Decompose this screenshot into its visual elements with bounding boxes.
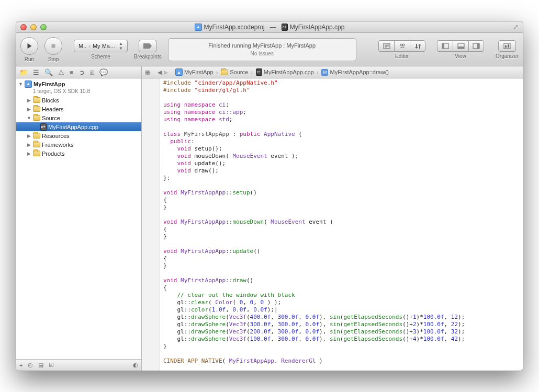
tree-row-blocks[interactable]: Blocks xyxy=(16,96,141,105)
unsaved-filter-icon[interactable]: ☑ xyxy=(49,362,54,368)
fullscreen-icon[interactable]: ⤢ xyxy=(513,23,519,31)
t: 100.0f xyxy=(423,314,444,320)
cpp-file-icon xyxy=(256,68,262,76)
chevron-right-icon: › xyxy=(316,69,320,75)
tree-row-headers[interactable]: Headers xyxy=(16,105,141,113)
breakpoint-navigator-icon[interactable]: ⎚ xyxy=(90,68,94,76)
tree-row-resources[interactable]: Resources xyxy=(16,131,141,140)
t: ) ); xyxy=(264,299,281,306)
t: class xyxy=(163,131,184,137)
t: void xyxy=(163,248,181,255)
crumb-symbol[interactable]: M MyFirstAppApp::draw() xyxy=(321,69,388,76)
t: , xyxy=(271,314,277,320)
t: ( xyxy=(226,336,229,342)
issue-navigator-icon[interactable]: ⚠ xyxy=(58,68,64,76)
window-title: ▲ MyFirstApp.xcodeproj — MyFirstAppApp.c… xyxy=(16,21,523,32)
disclosure-triangle-icon[interactable] xyxy=(27,133,31,139)
tree-project-row[interactable]: ▲ MyFirstApp xyxy=(16,79,141,88)
crumb-source[interactable]: Source › xyxy=(221,69,254,75)
standard-editor-button[interactable] xyxy=(378,40,394,52)
zoom-window-button[interactable] xyxy=(40,24,47,30)
svg-rect-15 xyxy=(505,45,507,48)
t: () xyxy=(246,277,253,284)
t: 300.0f xyxy=(278,314,299,320)
minimize-window-button[interactable] xyxy=(30,24,37,30)
crumb-project[interactable]: ▲ MyFirstApp › xyxy=(175,68,219,76)
toggle-navigator-button[interactable] xyxy=(437,40,453,52)
code-area[interactable]: #include "cinder/app/AppNative.h" #inclu… xyxy=(160,78,523,371)
t: "cinder/app/AppNative.h" xyxy=(195,79,278,86)
t: ; xyxy=(226,101,229,108)
t: drawSphere xyxy=(191,321,226,328)
disclosure-triangle-icon[interactable] xyxy=(27,107,31,112)
symbol-navigator-icon[interactable]: ☰ xyxy=(33,68,39,76)
t: gl:: xyxy=(163,328,191,335)
scm-filter-icon[interactable]: ▤ xyxy=(38,362,43,368)
add-button[interactable]: + xyxy=(19,362,23,368)
related-items-icon[interactable]: ▦ xyxy=(145,69,150,76)
t: event ) xyxy=(306,218,333,225)
version-editor-button[interactable] xyxy=(410,40,425,52)
debug-navigator-icon[interactable]: ➲ xyxy=(79,68,85,76)
disclosure-triangle-icon[interactable] xyxy=(27,98,31,103)
t: { xyxy=(163,255,167,262)
chevron-updown-icon: ▲▼ xyxy=(119,41,123,51)
t: Vec3f xyxy=(229,314,246,320)
tree-row-frameworks[interactable]: Frameworks xyxy=(16,140,141,149)
toggle-utilities-button[interactable] xyxy=(468,40,484,52)
t: { xyxy=(295,131,302,137)
disclosure-triangle-icon[interactable] xyxy=(27,142,31,147)
title-separator: — xyxy=(270,24,276,31)
t: ( xyxy=(226,321,229,328)
forward-button[interactable]: ▶ xyxy=(164,69,168,76)
t: ci xyxy=(219,101,226,108)
t: MyFirstAppApp xyxy=(229,358,274,364)
organizer-button[interactable] xyxy=(498,40,516,52)
search-navigator-icon[interactable]: 🔍 xyxy=(44,68,53,76)
assistant-editor-button[interactable] xyxy=(394,40,410,52)
t: ); xyxy=(458,336,465,342)
project-icon: ▲ xyxy=(175,68,183,76)
run-label: Run xyxy=(25,56,34,62)
log-navigator-icon[interactable]: 💬 xyxy=(99,68,108,76)
tree-row-source-file[interactable]: MyFirstAppApp.cpp xyxy=(16,122,141,131)
disclosure-triangle-icon[interactable] xyxy=(18,82,23,87)
bottom-panel-icon xyxy=(457,43,465,49)
t: ( xyxy=(264,218,271,225)
t: MyFirstAppApp xyxy=(184,131,229,137)
breakpoints-button[interactable] xyxy=(139,40,156,52)
play-icon xyxy=(26,42,33,50)
scheme-selector[interactable]: M.. › My Ma… ▲▼ xyxy=(74,40,128,52)
t: ()+ xyxy=(402,321,413,328)
stop-button[interactable] xyxy=(44,37,62,55)
crumb-file-label: MyFirstAppApp.cpp xyxy=(264,69,314,75)
run-button[interactable] xyxy=(20,37,38,55)
tree-row-source[interactable]: Source xyxy=(16,113,141,122)
disclosure-triangle-icon[interactable] xyxy=(27,116,31,121)
crumb-file[interactable]: MyFirstAppApp.cpp › xyxy=(256,68,320,76)
t: ci::app xyxy=(219,109,243,116)
standard-editor-icon xyxy=(383,43,390,49)
recent-filter-icon[interactable]: ◴ xyxy=(28,362,33,368)
toggle-debug-button[interactable] xyxy=(453,40,468,52)
tree-row-products[interactable]: Products xyxy=(16,149,141,158)
t: draw xyxy=(232,277,246,284)
file-tree[interactable]: ▲ MyFirstApp 1 target, OS X SDK 10.8 Blo… xyxy=(16,78,141,359)
t: { xyxy=(163,226,167,233)
t: ( xyxy=(246,321,250,328)
t: sin xyxy=(330,328,340,335)
test-navigator-icon[interactable]: ≡ xyxy=(70,68,74,76)
t: : xyxy=(191,138,195,145)
t: :: xyxy=(226,189,232,196)
close-window-button[interactable] xyxy=(20,24,27,30)
disclosure-triangle-icon[interactable] xyxy=(27,151,31,156)
t: void xyxy=(163,189,181,196)
back-button[interactable]: ◀ xyxy=(158,69,162,76)
gutter[interactable] xyxy=(142,78,160,371)
project-navigator-icon[interactable]: 📁 xyxy=(19,68,28,76)
t: , xyxy=(444,328,451,335)
t: ), xyxy=(319,336,330,342)
filter-field-icon[interactable]: ◐ xyxy=(133,362,138,368)
t: drawSphere xyxy=(191,328,226,335)
t: mouseDown xyxy=(195,153,226,159)
